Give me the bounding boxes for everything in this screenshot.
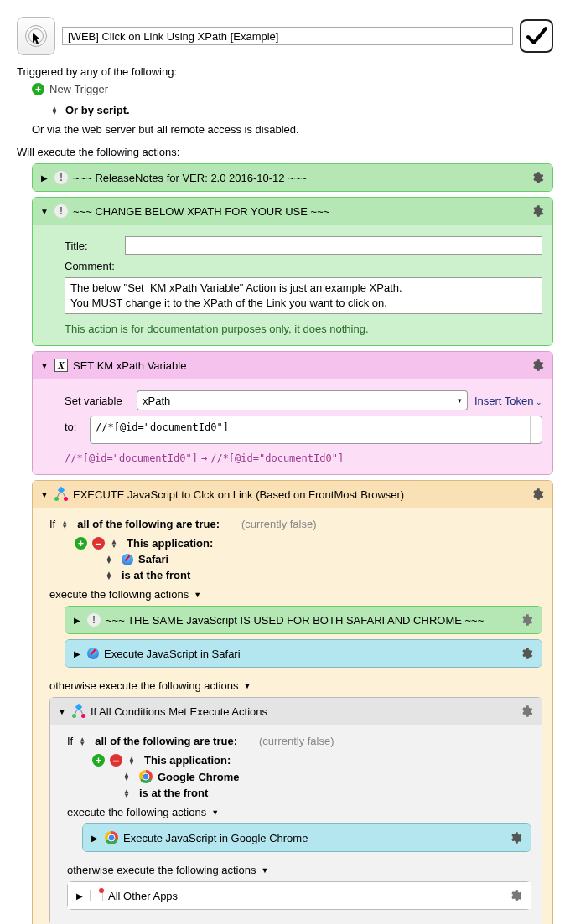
or-by-script-row[interactable]: Or by script. [50,104,553,116]
updown-icon[interactable] [60,520,69,529]
flow-icon [54,488,68,501]
triggers-label: Triggered by any of the following: [17,65,553,78]
disclosure-icon[interactable]: ▶ [90,834,100,843]
action-set-variable: ▼ X SET KM xPath Variable Set variable ▾… [32,351,553,475]
disclosure-icon[interactable]: ▶ [75,891,85,901]
chrome-icon [139,770,153,783]
doc-note: This action is for documentation purpose… [65,323,542,335]
chevron-down-icon[interactable]: ▼ [211,808,219,817]
updown-icon[interactable] [105,571,113,580]
action-title: ~~~ ReleaseNotes for VER: 2.0 2016-10-12… [73,172,307,184]
chrome-icon [105,831,118,844]
updown-icon[interactable] [110,539,118,548]
action-all-other-apps: ▶ All Other Apps [67,881,531,910]
action-change-xpath: ▼ ! ~~~ CHANGE BELOW XPATH FOR YOUR USE … [32,197,553,346]
chevron-down-icon[interactable]: ▼ [243,682,251,690]
disclosure-icon[interactable]: ▶ [72,616,82,625]
gear-icon[interactable] [529,203,546,219]
gear-icon[interactable] [529,357,546,374]
remove-condition-button[interactable]: – [110,754,122,767]
execute-label: execute the following actions [67,806,206,818]
otherwise-label: otherwise execute the following actions [49,679,238,692]
action-release-notes: ▶ ! ~~~ ReleaseNotes for VER: 2.0 2016-1… [32,163,553,192]
action-title: SET KM xPath Variable [73,359,186,372]
chevron-down-icon[interactable]: ▼ [261,866,268,875]
gear-icon[interactable] [518,703,535,720]
this-application-label: This application: [144,754,231,767]
info-icon: ! [54,171,68,184]
updown-icon[interactable] [105,555,113,564]
variable-x-icon: X [54,359,68,372]
is-front-label: is at the front [139,787,208,799]
title-field-label: Title: [65,240,118,252]
set-variable-label: Set variable [65,395,130,407]
add-condition-button[interactable]: + [92,754,105,767]
gear-icon[interactable] [529,486,546,503]
is-front-label: is at the front [122,569,190,581]
flag-icon [90,890,103,901]
flow-icon [72,705,86,718]
cond-status: (currently false) [241,518,317,530]
action-title: Execute JavaScript in Safari [104,648,241,660]
updown-icon[interactable] [127,756,136,765]
checkmark-icon [524,23,549,49]
info-icon: ! [54,204,68,218]
execute-label: execute the following actions [49,588,189,601]
macro-enabled-checkbox[interactable] [520,19,553,53]
chevron-down-icon[interactable]: ▼ [194,591,201,599]
if-label: If [49,518,55,530]
if-label: If [67,735,73,747]
app-safari-label: Safari [138,553,168,565]
variable-name-input[interactable] [137,390,453,410]
comment-textarea[interactable] [65,277,542,314]
otherwise-label: otherwise execute the following actions [67,864,256,876]
action-inner-if-all: ▼ If All Conditions Met Execute Actions … [49,697,542,924]
action-title: ~~~ THE SAME JavaScript IS USED FOR BOTH… [106,614,484,627]
to-value-textarea[interactable]: //*[@id="documentId0"] [90,416,542,444]
gear-icon[interactable] [507,829,524,846]
add-condition-button[interactable]: + [75,537,87,550]
action-title: If All Conditions Met Execute Actions [91,705,267,718]
updown-icon[interactable] [78,737,86,746]
remove-condition-button[interactable]: – [92,537,105,550]
cond-phrase: all of the following are true: [77,518,220,530]
action-title: All Other Apps [108,890,178,902]
disclosure-icon[interactable]: ▼ [39,361,49,370]
action-title: ~~~ CHANGE BELOW XPATH FOR YOUR USE ~~~ [73,205,329,218]
safari-icon [122,554,133,565]
insert-token-button[interactable]: Insert Token ⌄ [474,395,542,407]
disclosure-icon[interactable]: ▶ [39,173,49,183]
macro-icon[interactable] [17,17,55,55]
disclosure-icon[interactable]: ▼ [39,207,49,216]
updown-icon[interactable] [122,772,131,781]
web-server-note: Or via the web server but all remote acc… [32,123,553,136]
new-trigger-label: New Trigger [49,83,108,95]
info-icon: ! [87,613,101,627]
action-same-js-note: ▶ ! ~~~ THE SAME JavaScript IS USED FOR … [65,606,542,634]
disclosure-icon[interactable]: ▼ [57,707,67,716]
safari-icon [87,648,99,659]
resize-handle[interactable] [530,416,542,443]
disclosure-icon[interactable]: ▶ [72,649,82,658]
cursor-arrow-icon [32,32,44,45]
disclosure-icon[interactable]: ▼ [39,490,49,499]
gear-icon[interactable] [518,645,535,662]
plus-icon: + [32,83,44,95]
action-execute-js: ▼ EXECUTE JavaScript to Clck on Link (Ba… [32,480,553,924]
new-trigger-row[interactable]: + New Trigger [32,83,553,95]
gear-icon[interactable] [507,887,524,904]
variable-dropdown-caret[interactable]: ▾ [453,390,468,410]
action-exec-chrome-js: ▶ Execute JavaScript in Google Chrome [82,823,531,852]
comment-field-label: Comment: [65,260,118,272]
gear-icon[interactable] [518,612,535,628]
title-field-input[interactable] [125,236,542,255]
gear-icon[interactable] [529,169,546,186]
action-title: EXECUTE JavaScript to Clck on Link (Base… [73,488,404,501]
action-exec-safari-js: ▶ Execute JavaScript in Safari [65,639,542,668]
macro-header [17,17,553,55]
or-by-script-label: Or by script. [65,104,130,116]
updown-icon[interactable] [122,789,131,798]
app-chrome-label: Google Chrome [158,771,240,783]
cond-status: (currently false) [259,735,334,747]
macro-title-input[interactable] [62,27,513,45]
